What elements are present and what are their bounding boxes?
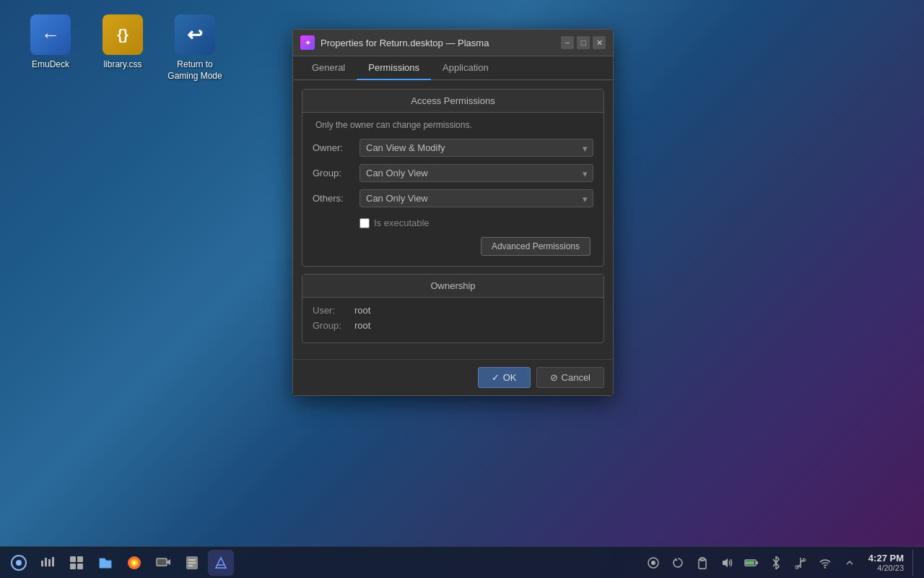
svg-rect-2 (41, 561, 43, 566)
ok-button[interactable]: ✓ OK (478, 367, 531, 388)
show-desktop-button[interactable] (912, 550, 918, 576)
ok-label: OK (503, 372, 517, 383)
tray-update[interactable] (668, 553, 688, 573)
svg-rect-7 (77, 556, 83, 562)
taskbar-steam[interactable] (6, 550, 32, 576)
dialog-footer: ✓ OK ⊘ Cancel (293, 359, 613, 395)
advanced-btn-row: Advanced Permissions (313, 231, 593, 259)
svg-point-1 (16, 560, 22, 566)
desktop: ← EmuDeck {} library.css ↩ Return to Gam… (0, 0, 924, 578)
emudeck-icon[interactable]: ← EmuDeck (22, 14, 79, 82)
library-css-icon[interactable]: {} library.css (94, 14, 152, 82)
tray-steam[interactable] (643, 553, 663, 573)
svg-rect-9 (77, 564, 83, 569)
executable-row: Is executable (313, 215, 593, 231)
close-button[interactable]: ✕ (593, 36, 606, 49)
svg-rect-6 (70, 556, 76, 562)
tray-volume[interactable] (717, 553, 737, 573)
tray-clipboard[interactable] (692, 553, 712, 573)
tray-wifi[interactable] (815, 553, 835, 573)
others-permission-row: Others: Can Only View Can View & Modify … (313, 189, 593, 207)
titlebar-left: ✦ Properties for Return.desktop — Plasma (300, 35, 489, 50)
svg-rect-8 (70, 564, 76, 569)
owner-permission-row: Owner: Can View & Modify Can Only View F… (313, 139, 593, 157)
svg-rect-13 (157, 558, 167, 566)
dialog-tabs: General Permissions Application (293, 56, 613, 80)
tray-expand[interactable] (840, 553, 860, 573)
ownership-content: User: root Group: root (302, 298, 603, 342)
svg-rect-4 (48, 559, 51, 566)
tray-usb[interactable] (790, 553, 811, 573)
taskbar-left (6, 550, 234, 576)
maximize-button[interactable]: □ (577, 36, 590, 49)
others-label: Others: (313, 193, 359, 204)
taskbar-right: 4:27 PM 4/20/23 (643, 550, 918, 576)
ownership-user-row: User: root (313, 305, 593, 316)
owner-select[interactable]: Can View & Modify Can Only View Forbidde… (359, 139, 593, 157)
dialog-title: Properties for Return.desktop — Plasma (321, 38, 489, 48)
taskbar-files[interactable] (92, 550, 118, 576)
library-css-label: library.css (103, 59, 141, 71)
owner-label: Owner: (313, 142, 359, 153)
tray-bluetooth[interactable] (766, 553, 786, 573)
group-select[interactable]: Can Only View Can View & Modify Forbidde… (359, 164, 593, 182)
is-executable-label: Is executable (374, 217, 430, 228)
access-permissions-content: Only the owner can change permissions. O… (302, 113, 603, 266)
dialog-titlebar: ✦ Properties for Return.desktop — Plasma… (293, 30, 613, 56)
cancel-button[interactable]: ⊘ Cancel (536, 367, 604, 388)
svg-rect-5 (52, 557, 54, 566)
access-permissions-section: Access Permissions Only the owner can ch… (302, 89, 604, 267)
svg-point-19 (651, 561, 655, 565)
group-permission-row: Group: Can Only View Can View & Modify F… (313, 164, 593, 182)
ownership-group-row: Group: root (313, 320, 593, 331)
taskbar-mixer[interactable] (35, 550, 61, 576)
advanced-permissions-button[interactable]: Advanced Permissions (481, 237, 590, 256)
taskbar-screen-recorder[interactable] (150, 550, 176, 576)
taskbar-discover[interactable] (64, 550, 90, 576)
return-gaming-icon-img: ↩ (175, 14, 215, 55)
others-select-wrapper: Can Only View Can View & Modify Forbidde… (359, 189, 593, 207)
group-select-wrapper: Can Only View Can View & Modify Forbidde… (359, 164, 593, 182)
ownership-section: Ownership User: root Group: root (302, 274, 604, 343)
taskbar-notes[interactable] (179, 550, 205, 576)
dialog-controls: − □ ✕ (561, 36, 606, 49)
cancel-icon: ⊘ (550, 372, 558, 383)
svg-rect-24 (746, 561, 754, 564)
others-select[interactable]: Can Only View Can View & Modify Forbidde… (359, 189, 593, 207)
svg-point-12 (133, 561, 136, 564)
ownership-group-label: Group: (313, 320, 349, 331)
taskbar-plasma[interactable] (208, 550, 234, 576)
access-note: Only the owner can change permissions. (313, 120, 593, 130)
library-css-icon-img: {} (103, 14, 143, 55)
svg-rect-21 (700, 558, 705, 561)
dialog-content: Access Permissions Only the owner can ch… (293, 80, 613, 359)
svg-marker-22 (723, 558, 728, 567)
group-label: Group: (313, 168, 359, 178)
svg-point-31 (824, 566, 826, 568)
sys-tray (643, 553, 860, 573)
access-permissions-title: Access Permissions (302, 90, 603, 113)
ownership-user-label: User: (313, 305, 349, 316)
emudeck-label: EmuDeck (32, 59, 69, 71)
svg-rect-25 (756, 561, 758, 564)
clock-time: 4:27 PM (868, 553, 904, 564)
desktop-icons: ← EmuDeck {} library.css ↩ Return to Gam… (22, 14, 224, 82)
tab-application[interactable]: Application (431, 56, 500, 80)
svg-rect-3 (45, 558, 47, 566)
return-gaming-icon[interactable]: ↩ Return to Gaming Mode (166, 14, 224, 82)
owner-select-wrapper: Can View & Modify Can Only View Forbidde… (359, 139, 593, 157)
return-gaming-label: Return to Gaming Mode (167, 59, 222, 82)
emudeck-icon-img: ← (30, 14, 71, 55)
ownership-user-value: root (354, 305, 370, 316)
properties-dialog: ✦ Properties for Return.desktop — Plasma… (292, 29, 614, 396)
taskbar: 4:27 PM 4/20/23 (0, 546, 924, 578)
tab-general[interactable]: General (300, 56, 357, 80)
cancel-label: Cancel (562, 372, 590, 383)
tray-battery[interactable] (741, 553, 762, 573)
taskbar-firefox[interactable] (121, 550, 147, 576)
clock-date: 4/20/23 (868, 564, 904, 572)
tab-permissions[interactable]: Permissions (357, 56, 431, 80)
system-clock[interactable]: 4:27 PM 4/20/23 (864, 553, 908, 572)
is-executable-checkbox[interactable] (359, 218, 370, 228)
minimize-button[interactable]: − (561, 36, 574, 49)
